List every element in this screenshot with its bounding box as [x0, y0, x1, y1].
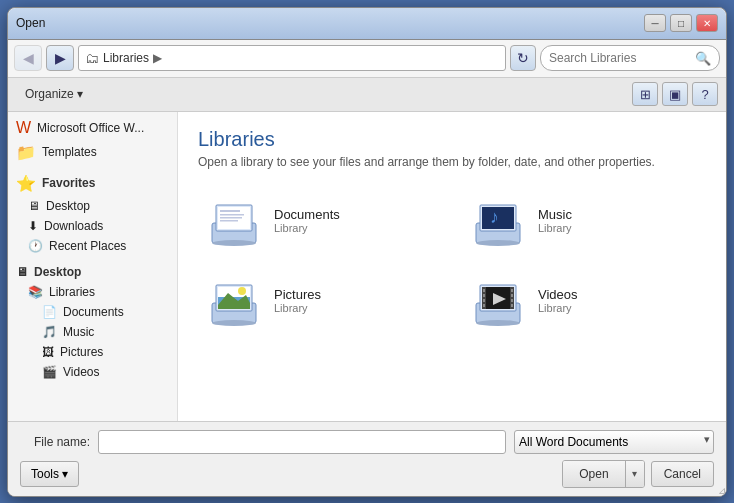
sidebar-item-desktop[interactable]: 🖥 Desktop [8, 196, 177, 216]
sidebar-label-downloads: Downloads [44, 219, 103, 233]
close-button[interactable]: ✕ [696, 14, 718, 32]
view-toggle-button[interactable]: ⊞ [632, 82, 658, 106]
svg-point-18 [238, 287, 246, 295]
star-icon: ⭐ [16, 174, 36, 193]
toolbar-right: ⊞ ▣ ? [632, 82, 718, 106]
pictures-lib-name: Pictures [274, 287, 321, 302]
desktop-icon: 🖥 [28, 199, 40, 213]
maximize-button[interactable]: □ [670, 14, 692, 32]
documents-lib-name: Documents [274, 207, 340, 222]
music-lib-sub: Library [538, 222, 572, 234]
libraries-icon: 📚 [28, 285, 43, 299]
sidebar-label-desktop: Desktop [46, 199, 90, 213]
content-title: Libraries [198, 128, 706, 151]
file-type-wrap: All Word Documents Word Documents (*.doc… [514, 430, 714, 454]
file-type-select[interactable]: All Word Documents Word Documents (*.doc… [514, 430, 714, 454]
svg-rect-6 [220, 220, 238, 222]
back-button[interactable]: ◀ [14, 45, 42, 71]
sidebar-item-recent-places[interactable]: 🕐 Recent Places [8, 236, 177, 256]
sidebar-item-templates[interactable]: 📁 Templates [8, 140, 177, 165]
templates-icon: 📁 [16, 143, 36, 162]
sidebar-item-videos[interactable]: 🎬 Videos [8, 362, 177, 382]
library-item-pictures[interactable]: Pictures Library [198, 269, 442, 333]
search-input[interactable] [549, 51, 691, 65]
sidebar-label-videos: Videos [63, 365, 99, 379]
forward-button[interactable]: ▶ [46, 45, 74, 71]
sidebar-item-downloads[interactable]: ⬇ Downloads [8, 216, 177, 236]
svg-point-7 [212, 240, 256, 246]
favorites-label: ⭐ Favorites [8, 169, 177, 196]
svg-point-34 [476, 320, 520, 326]
sidebar-label-recent-places: Recent Places [49, 239, 126, 253]
path-folder-icon: 🗂 [85, 50, 99, 66]
sidebar-favorites: ⭐ Favorites 🖥 Desktop ⬇ Downloads 🕐 Rece… [8, 169, 177, 256]
music-icon-wrap: ♪ [468, 195, 528, 247]
svg-rect-30 [511, 294, 513, 297]
svg-rect-27 [483, 299, 485, 302]
open-button-wrap: Open ▾ [562, 460, 644, 488]
organize-arrow: ▾ [77, 87, 83, 101]
toolbar: Organize ▾ ⊞ ▣ ? [8, 78, 726, 112]
library-item-music[interactable]: ♪ Music Library [462, 189, 706, 253]
ms-office-icon: W [16, 119, 31, 137]
organize-button[interactable]: Organize ▾ [16, 83, 92, 105]
downloads-icon: ⬇ [28, 219, 38, 233]
sidebar-desktop-section: 🖥 Desktop 📚 Libraries 📄 Documents 🎵 Musi… [8, 260, 177, 382]
search-box[interactable]: 🔍 [540, 45, 720, 71]
tools-arrow: ▾ [62, 467, 68, 481]
svg-rect-31 [511, 299, 513, 302]
favorites-text: Favorites [42, 176, 95, 190]
cancel-button[interactable]: Cancel [651, 461, 714, 487]
videos-lib-name: Videos [538, 287, 578, 302]
sidebar-label-templates: Templates [42, 145, 97, 159]
address-path[interactable]: 🗂 Libraries ▶ [78, 45, 506, 71]
sidebar-item-documents[interactable]: 📄 Documents [8, 302, 177, 322]
pictures-sub-icon: 🖼 [42, 345, 54, 359]
help-button[interactable]: ? [692, 82, 718, 106]
content-subtitle: Open a library to see your files and arr… [198, 155, 706, 169]
title-bar: Open ─ □ ✕ [8, 8, 726, 40]
resize-grip[interactable]: ⊿ [710, 480, 726, 496]
window-controls: ─ □ ✕ [644, 14, 718, 32]
svg-rect-29 [511, 289, 513, 292]
tools-button[interactable]: Tools ▾ [20, 461, 79, 487]
file-name-input[interactable] [98, 430, 506, 454]
refresh-button[interactable]: ↻ [510, 45, 536, 71]
open-dropdown-button[interactable]: ▾ [626, 461, 644, 487]
svg-point-19 [212, 320, 256, 326]
library-item-videos[interactable]: Videos Library [462, 269, 706, 333]
path-part-libraries: Libraries [103, 51, 149, 65]
open-button[interactable]: Open [563, 461, 625, 487]
main-content: W Microsoft Office W... 📁 Templates ⭐ Fa… [8, 112, 726, 421]
desktop-group-text: Desktop [34, 265, 81, 279]
pictures-lib-icon [204, 275, 264, 327]
desktop-group-icon: 🖥 [16, 265, 28, 279]
music-lib-info: Music Library [538, 207, 572, 234]
sidebar-label-ms-office: Microsoft Office W... [37, 121, 144, 135]
sidebar-label-music: Music [63, 325, 94, 339]
sidebar-item-pictures[interactable]: 🖼 Pictures [8, 342, 177, 362]
path-separator: ▶ [153, 51, 162, 65]
sidebar-item-libraries[interactable]: 📚 Libraries [8, 282, 177, 302]
documents-lib-info: Documents Library [274, 207, 340, 234]
svg-rect-25 [483, 289, 485, 292]
documents-lib-icon [204, 195, 264, 247]
sidebar-label-pictures: Pictures [60, 345, 103, 359]
library-item-documents[interactable]: Documents Library [198, 189, 442, 253]
sidebar-item-music[interactable]: 🎵 Music [8, 322, 177, 342]
svg-text:♪: ♪ [490, 207, 499, 227]
videos-lib-icon [468, 275, 528, 327]
tools-label: Tools [31, 467, 59, 481]
videos-lib-info: Videos Library [538, 287, 578, 314]
pictures-icon-wrap [204, 275, 264, 327]
videos-lib-sub: Library [538, 302, 578, 314]
minimize-button[interactable]: ─ [644, 14, 666, 32]
sidebar-item-ms-office[interactable]: W Microsoft Office W... [8, 116, 177, 140]
sidebar: W Microsoft Office W... 📁 Templates ⭐ Fa… [8, 112, 178, 421]
dialog-title: Open [16, 16, 45, 30]
videos-sub-icon: 🎬 [42, 365, 57, 379]
desktop-group-label: 🖥 Desktop [8, 260, 177, 282]
preview-pane-button[interactable]: ▣ [662, 82, 688, 106]
pictures-lib-sub: Library [274, 302, 321, 314]
organize-label: Organize [25, 87, 74, 101]
